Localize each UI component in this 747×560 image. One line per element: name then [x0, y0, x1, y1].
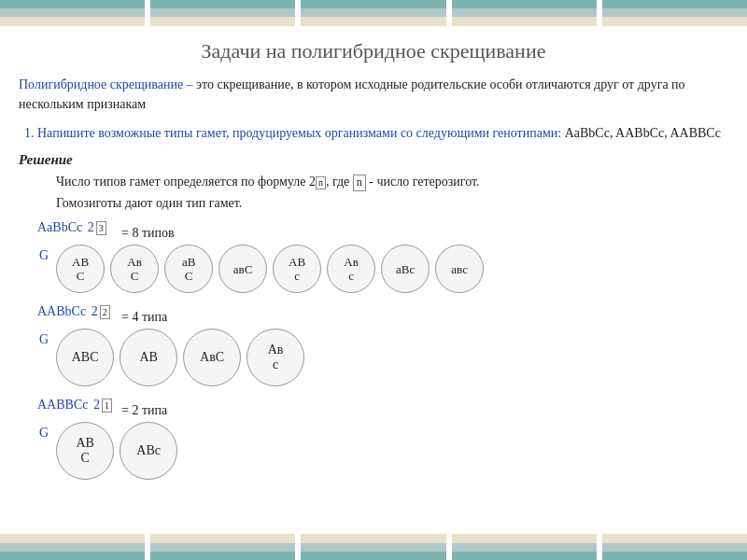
genotype2-name: AABbCc — [37, 304, 86, 319]
genotype-label-1: AaBbCc 23 — [37, 220, 121, 235]
definition-highlight: Полигибридное скрещивание – — [19, 77, 193, 91]
gamete-1-5: АВс — [273, 245, 321, 293]
gamete-3-1: АВС — [56, 422, 114, 480]
genotype1-gametes: АВС АвС аВС авС АВс Авс аВс авс — [56, 245, 484, 293]
genotype3-g-label: G — [39, 426, 49, 441]
genotype1-g-label: G — [39, 248, 49, 263]
genotype1-name: AaBbCc — [37, 220, 82, 235]
task-item-1: Напишите возможные типы гамет, продуциру… — [37, 123, 728, 143]
genotype2-g-label: G — [39, 332, 49, 347]
genotype2-gametes: АВС АВ АвС Авс — [56, 329, 304, 386]
power-badge-3: 1 — [102, 399, 112, 413]
bottom-decorative-bar — [0, 534, 747, 560]
gamete-2-2: АВ — [120, 329, 177, 386]
formula-line: Число типов гамет определяется по формул… — [56, 172, 728, 192]
genotype2-g-row: G АВС АВ АвС Авс — [37, 329, 728, 386]
genotype-block-2: AABbCc 22 = 4 типа G АВС АВ АвС Авс — [37, 302, 728, 386]
genotype-label-3: AABBCc 21 — [37, 398, 121, 413]
genotype-row-3: AABBCc 21 = 2 типа — [37, 396, 728, 418]
genotype1-result: = 8 типов — [121, 226, 175, 241]
gamete-3-2: АВс — [120, 422, 177, 480]
page-title: Задачи на полигибридное скрещивание — [19, 39, 728, 63]
homozygote-line: Гомозиготы дают один тип гамет. — [56, 196, 728, 211]
gamete-2-3: АвС — [183, 329, 241, 386]
gamete-2-4: Авс — [247, 329, 304, 386]
genotype1-g-row: G АВС АвС аВС авС АВс Авс аВс авс — [37, 245, 728, 293]
genotype3-gametes: АВС АВс — [56, 422, 177, 480]
genotype2-result: = 4 типа — [121, 310, 167, 325]
genotype-row-2: AABbCc 22 = 4 типа — [37, 302, 728, 325]
gamete-1-3: аВС — [164, 245, 213, 293]
genotype-row-1: AaBbCc 23 = 8 типов — [37, 218, 728, 241]
task-list: Напишите возможные типы гамет, продуциру… — [37, 123, 728, 143]
gamete-2-1: АВС — [56, 329, 114, 386]
genotype-label-2: AABbCc 22 — [37, 304, 121, 319]
genotype-block-1: AaBbCc 23 = 8 типов G АВС АвС аВС авС АВ… — [37, 218, 728, 293]
main-content: Задачи на полигибридное скрещивание Поли… — [0, 26, 747, 526]
exponent-box: n — [316, 176, 326, 189]
gamete-1-7: аВс — [381, 245, 430, 293]
n-box: n — [353, 175, 366, 191]
top-decorative-bar — [0, 0, 747, 26]
gamete-1-1: АВС — [56, 245, 105, 293]
genotype3-g-row: G АВС АВс — [37, 422, 728, 480]
task-genotypes: AaBbCc, AABbCc, AABBCc — [565, 126, 721, 140]
task-highlight: Напишите возможные типы гамет, продуциру… — [37, 126, 561, 140]
definition-text: Полигибридное скрещивание – это скрещива… — [19, 75, 728, 114]
power-badge-1: 3 — [96, 221, 106, 235]
gamete-1-6: Авс — [327, 245, 375, 293]
gamete-1-2: АвС — [110, 245, 159, 293]
genotype3-result: = 2 типа — [121, 403, 167, 418]
solution-header: Решение — [19, 152, 728, 168]
genotype-block-3: AABBCc 21 = 2 типа G АВС АВс — [37, 396, 728, 480]
genotype3-name: AABBCc — [37, 398, 88, 413]
gamete-1-4: авС — [218, 245, 267, 293]
gamete-1-8: авс — [435, 245, 484, 293]
power-badge-2: 2 — [100, 305, 110, 319]
